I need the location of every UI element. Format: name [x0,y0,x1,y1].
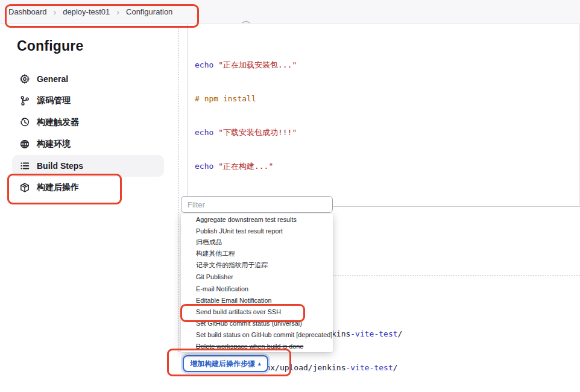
code-line: # npm install [195,93,579,105]
config-sidebar: General 源码管理 构建触发器 构建环境 Build Steps [12,68,164,198]
breadcrumb-item-dashboard[interactable]: Dashboard [8,7,47,16]
gear-icon [19,74,30,84]
code-line: echo "正在构建..." [195,161,579,172]
dropdown-item-deprecated[interactable]: Delete workspace when build is done [181,341,333,352]
dropdown-item[interactable]: E-mail Notification [181,283,333,294]
chevron-right-icon: › [116,7,119,17]
sidebar-item-label: 构建触发器 [37,117,79,128]
filter-input[interactable] [181,196,333,213]
dropdown-item[interactable]: 构建其他工程 [181,248,333,259]
dropdown-item[interactable]: 记录文件的指纹用于追踪 [181,260,333,271]
post-build-action-dropdown: Aggregate downstream test results Publis… [181,213,333,352]
dropdown-item[interactable]: Editable Email Notification [181,294,333,306]
code-line: echo "下载安装包成功!!!" [195,127,579,139]
package-icon [19,182,30,193]
dropdown-item[interactable]: Git Publisher [181,271,333,283]
sidebar-item-general[interactable]: General [12,68,164,90]
page-title: Configure [17,38,83,54]
dropdown-item[interactable]: 归档成品 [181,236,333,248]
dropdown-item[interactable]: Aggregate downstream test results [181,213,333,225]
breadcrumb-item-job[interactable]: deploy-test01 [63,7,110,16]
sidebar-item-build-environment[interactable]: 构建环境 [12,133,164,155]
sidebar-item-build-triggers[interactable]: 构建触发器 [12,112,164,133]
sidebar-item-build-steps[interactable]: Build Steps [12,155,164,177]
dropdown-item[interactable]: Set GitHub commit status (universal) [181,317,333,329]
sidebar-item-label: Build Steps [37,161,83,171]
code-line: echo "正在加载安装包..." [195,60,579,71]
sidebar-item-post-build-actions[interactable]: 构建后操作 [12,177,164,198]
chevron-right-icon: › [54,7,57,17]
sidebar-item-label: 构建后操作 [37,182,79,193]
dropdown-item[interactable]: Set build status on GitHub commit [depre… [181,329,333,341]
dropdown-item[interactable]: Publish JUnit test result report [181,225,333,236]
sidebar-item-label: 源码管理 [37,95,71,106]
dropdown-item-send-build-artifacts-over-ssh[interactable]: Send build artifacts over SSH [181,306,333,317]
sidebar-item-label: General [37,74,68,84]
clock-icon [19,117,30,128]
breadcrumb-bar: Dashboard › deploy-test01 › Configuratio… [0,0,580,24]
section-drag-gutter [178,27,179,352]
git-branch-icon [19,95,30,106]
sidebar-item-label: 构建环境 [37,139,71,150]
sidebar-item-source-management[interactable]: 源码管理 [12,90,164,112]
shell-script-editor[interactable]: echo "正在加载安装包..." # npm install echo "下载… [187,24,580,207]
globe-icon [19,139,30,150]
add-post-build-action-button[interactable]: 增加构建后操作步骤 ▴ [183,355,268,372]
breadcrumb-item-configuration[interactable]: Configuration [126,7,172,16]
add-post-build-action-label: 增加构建后操作步骤 [190,359,255,369]
cropped-text-artifact [242,20,250,24]
caret-up-icon: ▴ [258,361,261,367]
list-icon [19,160,30,171]
